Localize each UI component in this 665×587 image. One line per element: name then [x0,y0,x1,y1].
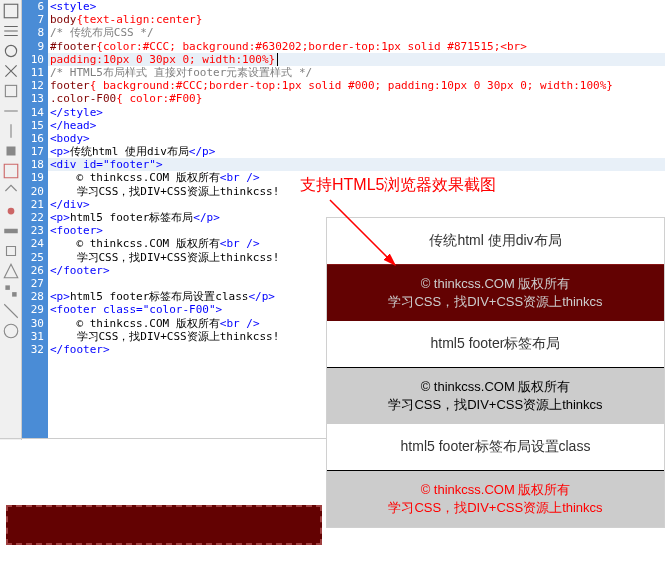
code-text: </head> [50,119,96,132]
svg-rect-2 [5,85,16,96]
editor-toolbar [0,0,22,440]
svg-point-1 [5,45,16,56]
tool-icon-11[interactable] [2,202,20,220]
tool-icon-14[interactable] [2,262,20,280]
code-text: </p> [248,290,275,303]
line-number: 15 [22,119,48,132]
line-number-gutter: 6789101112131415161718192021222324252627… [22,0,48,438]
code-text: body [50,13,77,26]
line-number: 27 [22,277,48,290]
code-text: { background:#CCC;border-top:1px solid #… [90,79,613,92]
code-text: padding:10px 0 30px 0; width:100%} [50,53,275,66]
code-text: footer [50,79,90,92]
code-text: <br /> [220,237,260,250]
tool-icon-9[interactable] [2,162,20,180]
code-text: html5 footer标签布局设置class [70,290,249,303]
code-text: <p> [50,290,70,303]
line-number: 7 [22,13,48,26]
code-text: { color:#F00} [116,92,202,105]
tool-icon-7[interactable] [2,122,20,140]
code-text: <p> [50,211,70,224]
annotation-label: 支持HTML5浏览器效果截图 [300,175,496,196]
code-text: <style> [50,0,96,13]
preview-text: 学习CSS，找DIV+CSS资源上thinkcs [327,293,664,311]
line-number: 32 [22,343,48,356]
tool-icon-3[interactable] [2,42,20,60]
svg-point-8 [4,324,18,338]
tool-icon-1[interactable] [2,2,20,20]
annotation-arrow [300,195,420,285]
tool-icon-17[interactable] [2,322,20,340]
tool-icon-8[interactable] [2,142,20,160]
code-text: /* HTML5布局样式 直接对footer元素设置样式 */ [50,66,312,79]
tool-icon-4[interactable] [2,62,20,80]
line-number: 20 [22,185,48,198]
tool-icon-16[interactable] [2,302,20,320]
cursor [277,53,278,66]
tool-icon-13[interactable] [2,242,20,260]
line-number: 16 [22,132,48,145]
svg-rect-0 [4,4,18,18]
preview-text: 学习CSS，找DIV+CSS资源上thinkcs [327,396,664,414]
code-text: © thinkcss.COM 版权所有 [77,317,220,330]
line-number: 19 [22,171,48,184]
code-text: <br /> [220,317,260,330]
tool-icon-6[interactable] [2,102,20,120]
tool-icon-5[interactable] [2,82,20,100]
code-text: .color-F00 [50,92,116,105]
line-number: 24 [22,237,48,250]
bottom-selection-bar [6,505,322,545]
line-number: 17 [22,145,48,158]
code-text: <footer> [50,224,103,237]
code-text: 学习CSS，找DIV+CSS资源上thinkcss! [77,251,280,264]
code-text: </footer> [50,343,110,356]
code-text: <body> [50,132,90,145]
code-text: © thinkcss.COM 版权所有 [77,237,220,250]
line-number: 12 [22,79,48,92]
code-text: 学习CSS，找DIV+CSS资源上thinkcss! [77,330,280,343]
code-text: </style> [50,106,103,119]
line-number: 23 [22,224,48,237]
code-text: </footer> [50,264,110,277]
code-text: © thinkcss.COM 版权所有 [77,171,220,184]
svg-line-9 [330,200,395,265]
tool-icon-15[interactable] [2,282,20,300]
code-text: <br /> [220,171,260,184]
preview-text: 学习CSS，找DIV+CSS资源上thinkcs [327,499,664,517]
preview-text: © thinkcss.COM 版权所有 [327,378,664,396]
line-number: 26 [22,264,48,277]
svg-rect-6 [5,285,10,290]
line-number: 13 [22,92,48,105]
line-number: 25 [22,251,48,264]
code-text: </p> [193,211,220,224]
code-text: <p> [50,145,70,158]
svg-point-4 [7,208,14,215]
line-number: 10 [22,53,48,66]
svg-rect-5 [4,229,18,234]
preview-heading-2: html5 footer标签布局 [327,321,664,367]
line-number: 22 [22,211,48,224]
line-number: 30 [22,317,48,330]
line-number: 14 [22,106,48,119]
svg-rect-7 [12,292,17,297]
line-number: 29 [22,303,48,316]
code-text: {color:#CCC; background:#630202;border-t… [96,40,526,53]
code-text: <footer class="color-F00"> [50,303,222,316]
code-text: {text-align:center} [77,13,203,26]
editor-border [0,438,330,440]
line-number: 21 [22,198,48,211]
code-text: 传统html 使用div布局 [70,145,189,158]
svg-rect-3 [6,147,15,156]
tool-icon-2[interactable] [2,22,20,40]
line-number: 28 [22,290,48,303]
tool-icon-10[interactable] [2,182,20,200]
code-text: 学习CSS，找DIV+CSS资源上thinkcss! [77,185,280,198]
line-number: 31 [22,330,48,343]
tool-icon-12[interactable] [2,222,20,240]
preview-text: © thinkcss.COM 版权所有 [327,481,664,499]
code-text: </div> [50,198,90,211]
line-number: 6 [22,0,48,13]
preview-footer-html5: © thinkcss.COM 版权所有 学习CSS，找DIV+CSS资源上thi… [327,367,664,424]
line-number: 18 [22,158,48,171]
code-text: <div id="footer"> [50,158,163,171]
